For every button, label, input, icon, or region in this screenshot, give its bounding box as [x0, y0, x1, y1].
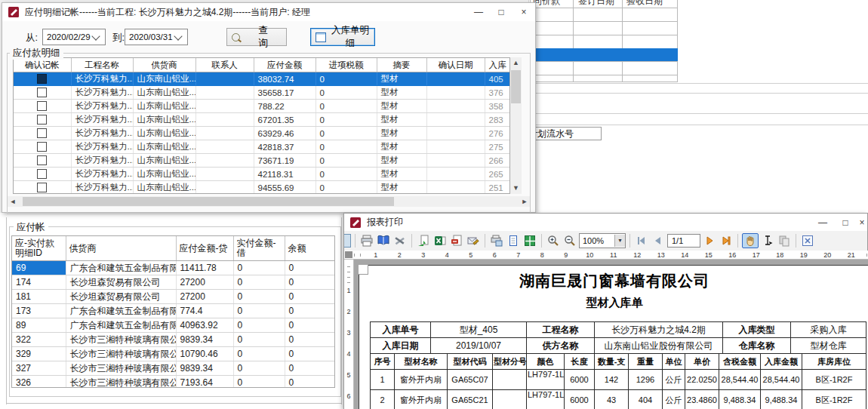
mail-icon[interactable] [466, 234, 481, 248]
tools-icon[interactable] [392, 234, 408, 248]
titlebar: 报表打印 — □ × [344, 214, 867, 231]
table-row[interactable]: 322 长沙市三湘特种玻璃有限公司 9839.34 0 0 [12, 333, 334, 347]
page-number-input[interactable]: 1/1 [667, 234, 700, 248]
table-row[interactable]: 69 广东合和建筑五金制品有限公司 11411.78 0 0 [12, 261, 334, 275]
report-print-window: 报表打印 — □ × [343, 213, 868, 409]
table-row[interactable]: 长沙万科魅力... 山东南山铝业... 42118.31 0 型材 265 [14, 168, 510, 181]
cell-contact [195, 140, 254, 154]
cell-inbound: 275 [485, 140, 510, 154]
confirm-checkbox[interactable] [37, 128, 47, 138]
horizontal-scrollbar[interactable]: ◄ ► [8, 196, 530, 207]
cell-id: 329 [12, 347, 66, 361]
page-icon[interactable] [506, 234, 521, 248]
scroll-right-icon[interactable]: ► [519, 196, 530, 207]
export-icon[interactable] [416, 234, 431, 248]
vertical-scrollbar[interactable]: ▲ ▼ [510, 57, 522, 194]
zoom-in-icon[interactable] [546, 234, 561, 248]
cell-contact [195, 113, 254, 127]
close-icon[interactable]: × [857, 216, 867, 229]
confirm-checkbox[interactable] [37, 155, 47, 165]
cell-paid: 0 [233, 290, 285, 304]
close-preview-icon[interactable] [800, 234, 815, 248]
inbound-detail-button[interactable]: 入库单明细 [310, 28, 375, 46]
column-header: 型材分号 [493, 354, 527, 370]
pdf-icon[interactable] [449, 234, 464, 248]
print-setup-icon[interactable] [489, 234, 504, 248]
to-date-value: 2020/03/31 [125, 32, 175, 42]
ruler-number: 3 [344, 329, 353, 350]
confirm-checkbox[interactable] [37, 169, 47, 179]
table-row[interactable]: 89 广东合和建筑五金制品有限公司 40963.92 0 0 [12, 318, 334, 333]
last-page-icon[interactable] [719, 234, 734, 248]
table-row[interactable]: 326 长沙市三湘特种玻璃有限公司 7193.64 0 0 [12, 376, 334, 389]
table-row[interactable]: 181 长沙坦森贸易有限公司 27200 0 0 [12, 290, 334, 304]
scrollbar-thumb[interactable] [511, 70, 521, 103]
table-row[interactable]: 327 长沙市三湘特种玻璃有限公司 9839.34 0 0 [12, 361, 334, 376]
table-row[interactable]: 174 长沙坦森贸易有限公司 27200 0 0 [12, 275, 334, 290]
cell-id: 322 [12, 333, 66, 347]
hand-tool-icon[interactable] [742, 233, 759, 248]
cell-tax: 0 [315, 72, 377, 86]
table-row[interactable]: 长沙万科魅力... 山东南山铝业... 38032.74 0 型材 405 [14, 72, 510, 86]
table-row[interactable]: 173 广东合和建筑五金制品有限公司 774.4 0 0 [12, 304, 334, 318]
titlebar: 应付明细记帐------当前工程: 长沙万科魅力之城4.2期------当前用户… [2, 3, 535, 21]
table-row[interactable]: 长沙万科魅力... 山东南山铝业... 67201.35 0 型材 283 [14, 113, 510, 127]
doc-icon[interactable] [344, 234, 351, 248]
table-row[interactable]: 长沙万科魅力... 山东南山铝业... 42818.37 0 型材 275 [14, 140, 510, 154]
query-button[interactable]: 查 询 [226, 28, 287, 46]
scroll-up-icon[interactable]: ▲ [510, 57, 522, 69]
column-header: 序号 [371, 354, 395, 370]
zoom-out-icon[interactable] [562, 234, 577, 248]
cell-amount: 63929.46 [254, 127, 315, 140]
cell-supplier: 山东南山铝业... [133, 100, 195, 113]
cell-amount: 42818.37 [254, 140, 315, 154]
table-row[interactable]: 长沙万科魅力... 山东南山铝业... 35658.17 0 型材 376 [14, 86, 510, 100]
app-icon [8, 7, 19, 17]
table-row[interactable]: 长沙万科魅力... 山东南山铝业... 94555.69 0 型材 251 [14, 181, 510, 195]
chevron-down-icon[interactable]: ▾ [614, 235, 625, 247]
scroll-left-icon[interactable]: ◄ [8, 196, 18, 207]
confirm-checkbox[interactable] [37, 88, 47, 97]
cell-id: 174 [12, 275, 66, 290]
text-select-icon[interactable] [760, 234, 775, 248]
cell-paid: 0 [233, 361, 285, 376]
confirm-checkbox[interactable] [37, 74, 47, 84]
column-header: 单位 [663, 354, 685, 370]
pages-icon[interactable] [522, 234, 537, 248]
minimize-icon[interactable]: — [811, 216, 834, 229]
scrollbar-thumb[interactable] [23, 197, 394, 206]
cell-confirm-date [426, 113, 485, 127]
zoom-select[interactable]: 100% ▾ [579, 233, 626, 248]
cell-balance: 0 [285, 333, 334, 347]
cell-paid: 0 [233, 376, 285, 389]
cell-payable: 7193.64 [176, 376, 233, 389]
report-preview[interactable]: 123456 湖南巨晟门窗幕墙有限公司 型材入库单 入库单号 型材_405 工程… [344, 260, 868, 409]
scroll-down-icon[interactable]: ▼ [510, 183, 522, 194]
print-icon[interactable] [359, 234, 374, 248]
close-icon[interactable]: × [512, 5, 535, 19]
cell-inbound: 251 [485, 181, 510, 195]
confirm-checkbox[interactable] [37, 142, 47, 152]
minimize-icon[interactable]: — [467, 5, 490, 19]
table-row[interactable]: 长沙万科魅力... 山东南山铝业... 73671.19 0 型材 266 [14, 154, 510, 168]
column-header: 确认日期 [426, 58, 485, 72]
first-page-icon[interactable] [634, 234, 649, 248]
from-date-select[interactable]: 2020/02/29 [42, 29, 106, 45]
to-date-select[interactable]: 2020/03/31 [125, 29, 188, 45]
prev-page-icon[interactable] [651, 234, 666, 248]
excel-icon[interactable] [432, 234, 448, 248]
maximize-icon[interactable]: □ [490, 5, 512, 19]
copy-icon[interactable] [777, 234, 792, 248]
report-toolbar: 100% ▾ 1/1 [344, 231, 867, 251]
confirm-checkbox[interactable] [37, 183, 47, 192]
confirm-checkbox[interactable] [37, 115, 47, 125]
next-page-icon[interactable] [702, 234, 717, 248]
confirm-checkbox[interactable] [37, 101, 47, 111]
table-row[interactable]: 329 长沙市三湘特种玻璃有限公司 10790.46 0 0 [12, 347, 334, 361]
book-icon[interactable] [376, 234, 391, 248]
table-row[interactable]: 长沙万科魅力... 山东南山铝业... 788.22 0 型材 358 [14, 100, 510, 113]
maximize-icon[interactable]: □ [834, 216, 857, 229]
window-title: 应付明细记帐------当前工程: 长沙万科魅力之城4.2期------当前用户… [25, 6, 467, 19]
column-header: 长度 [565, 354, 595, 370]
table-row[interactable]: 长沙万科魅力... 山东南山铝业... 63929.46 0 型材 276 [14, 127, 510, 140]
